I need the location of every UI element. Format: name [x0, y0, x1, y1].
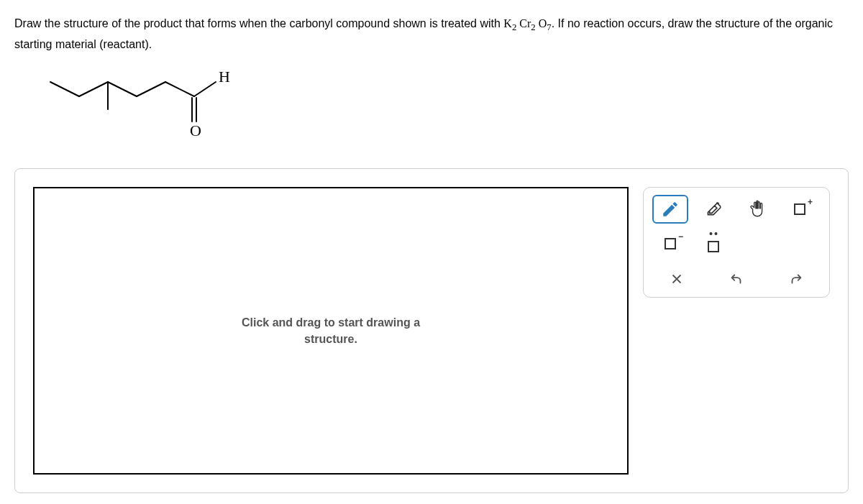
svg-line-5 [165, 82, 194, 96]
close-icon [669, 271, 685, 287]
move-tool-button[interactable] [739, 195, 775, 224]
hand-icon [747, 200, 766, 219]
minus-icon: − [678, 232, 683, 242]
question-pre: Draw the structure of the product that f… [14, 17, 503, 29]
dots-icon [710, 232, 718, 235]
square-icon [665, 238, 676, 249]
square-icon [708, 241, 719, 252]
question-formula: K2 Cr2 O7 [503, 17, 551, 29]
atom-label-O: O [190, 122, 201, 139]
add-charge-tool-button[interactable]: + [782, 195, 818, 224]
square-icon [794, 203, 805, 215]
redo-icon [788, 271, 804, 287]
negative-charge-tool-button[interactable]: − [652, 229, 688, 258]
drawing-toolbar: + − [643, 187, 830, 298]
question-text: Draw the structure of the product that f… [14, 14, 849, 53]
redo-button[interactable] [775, 268, 818, 290]
svg-line-8 [194, 82, 216, 96]
svg-line-4 [137, 82, 165, 96]
pencil-icon [661, 200, 680, 219]
undo-icon [729, 271, 744, 287]
drawing-canvas[interactable]: Click and drag to start drawing a struct… [33, 187, 629, 475]
svg-line-0 [50, 82, 79, 96]
atom-label-H: H [219, 68, 230, 86]
clear-button[interactable] [655, 268, 698, 290]
molecule-structure: H O [43, 68, 849, 147]
draw-tool-button[interactable] [652, 195, 688, 224]
erase-tool-button[interactable] [695, 195, 731, 224]
lone-pair-tool-button[interactable] [695, 229, 731, 258]
plus-icon: + [808, 197, 813, 207]
svg-line-2 [108, 82, 137, 96]
structure-editor: Click and drag to start drawing a struct… [14, 168, 849, 493]
undo-button[interactable] [715, 268, 758, 290]
eraser-icon [704, 200, 723, 219]
svg-line-1 [79, 82, 108, 96]
canvas-placeholder: Click and drag to start drawing a struct… [242, 315, 420, 347]
tool-panel: + − [643, 187, 830, 298]
